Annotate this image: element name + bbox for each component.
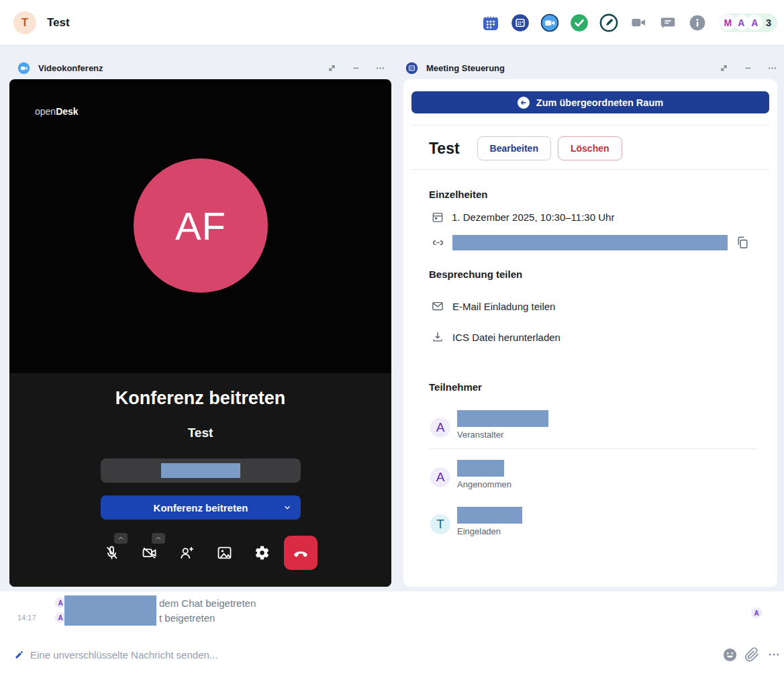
camera-off-button[interactable] xyxy=(140,543,158,562)
meetings-widget-icon[interactable] xyxy=(511,13,530,32)
user-avatar-large: AF xyxy=(134,158,268,293)
participant-status: Veranstalter xyxy=(457,430,548,440)
hangup-button[interactable] xyxy=(284,536,317,570)
videoconference-app-icon[interactable] xyxy=(540,13,560,32)
read-receipt-avatar: A xyxy=(751,608,762,618)
share-heading: Besprechung teilen xyxy=(429,269,777,280)
expand-widget-icon[interactable] xyxy=(719,63,729,73)
redacted-participant-name xyxy=(457,460,504,477)
join-options-chevron-icon[interactable] xyxy=(283,503,292,512)
parent-room-button[interactable]: Zum übergeordneten Raum xyxy=(411,91,769,113)
room-title: Test xyxy=(47,16,70,30)
minimize-widget-icon[interactable] xyxy=(352,64,360,73)
redacted-participant-name xyxy=(457,410,548,427)
redacted-participant-name xyxy=(457,507,522,524)
notes-app-icon[interactable] xyxy=(599,13,619,32)
minimize-widget-icon[interactable] xyxy=(744,64,752,73)
delete-meeting-button[interactable]: Löschen xyxy=(558,136,622,160)
participant-status: Angenommen xyxy=(457,479,511,489)
video-conference-frame: openDesk AF Konferenz beitreten Test Kon… xyxy=(9,79,391,587)
meeting-control-panel: Zum übergeordneten Raum Test Bearbeiten … xyxy=(403,79,777,587)
member-count: 3 xyxy=(766,17,771,28)
event-text: t beigetreten xyxy=(159,612,215,624)
join-panel: Konferenz beitreten Test Konferenz beitr… xyxy=(9,373,391,587)
join-conference-button[interactable]: Konferenz beitreten xyxy=(101,495,301,520)
attachment-icon[interactable] xyxy=(744,646,760,663)
download-ics-link[interactable]: ICS Datei herunterladen xyxy=(452,332,560,343)
participant-row: A Angenommen xyxy=(430,460,757,489)
opendesk-logo: openDesk xyxy=(35,106,79,117)
header-icons: M A A 3 xyxy=(481,13,777,32)
room-avatar[interactable]: T xyxy=(13,11,36,34)
divider xyxy=(411,125,769,126)
participant-row: T Eingeladen xyxy=(430,507,757,536)
meeting-title: Test xyxy=(429,140,460,158)
widget-menu-icon[interactable] xyxy=(375,63,385,73)
link-icon xyxy=(431,236,445,250)
member-avatar: A xyxy=(747,15,763,30)
back-arrow-icon xyxy=(518,97,530,109)
composer-placeholder[interactable]: Eine unverschlüsselte Nachricht senden..… xyxy=(30,649,217,661)
calendar-icon xyxy=(431,210,444,224)
invite-people-button[interactable] xyxy=(177,543,196,562)
edit-meeting-button[interactable]: Bearbeiten xyxy=(477,136,551,160)
videoconference-widget-icon xyxy=(17,62,30,75)
message-composer[interactable]: Eine unverschlüsselte Nachricht senden..… xyxy=(0,641,784,668)
call-controls xyxy=(28,535,391,570)
event-timestamp: 14:17 xyxy=(17,614,44,622)
member-facepile[interactable]: M A A 3 xyxy=(720,13,777,32)
redacted-display-name xyxy=(161,463,240,478)
tasks-app-icon[interactable] xyxy=(570,13,589,32)
chat-icon[interactable] xyxy=(658,13,678,32)
meeting-datetime: 1. Dezember 2025, 10:30–11:30 Uhr xyxy=(452,211,614,223)
camera-device-chevron[interactable] xyxy=(152,533,165,544)
settings-button[interactable] xyxy=(252,543,271,562)
microphone-device-chevron[interactable] xyxy=(114,533,128,544)
participant-avatar: A xyxy=(430,467,450,487)
video-widget-header: Videokonferenz xyxy=(17,57,385,79)
chat-timeline: A dem Chat beigetreten 14:17 A t beigetr… xyxy=(0,591,784,641)
unencrypted-pencil-icon xyxy=(15,650,23,659)
event-text: dem Chat beigetreten xyxy=(159,597,256,609)
more-options-icon[interactable] xyxy=(766,646,782,663)
divider xyxy=(429,448,757,449)
join-heading: Konferenz beitreten xyxy=(9,388,391,409)
redacted-meeting-link[interactable] xyxy=(452,235,728,250)
display-name-input[interactable] xyxy=(101,458,301,483)
emoji-icon[interactable] xyxy=(722,646,738,663)
widget-menu-icon[interactable] xyxy=(767,63,777,73)
meeting-widget-header: Meeting Steuerung xyxy=(405,57,777,79)
microphone-muted-button[interactable] xyxy=(102,543,121,562)
video-call-icon[interactable] xyxy=(629,13,648,32)
calendar-app-icon[interactable] xyxy=(481,13,501,32)
participant-avatar: T xyxy=(430,514,450,534)
room-header: T Test M A A 3 xyxy=(0,0,784,46)
details-heading: Einzelheiten xyxy=(429,189,777,200)
participant-avatar: A xyxy=(430,418,450,438)
download-icon xyxy=(431,330,444,344)
room-info-icon[interactable] xyxy=(688,13,707,32)
widgets-area: Videokonferenz openDesk AF Konferenz bei… xyxy=(0,46,784,591)
meeting-widget-icon xyxy=(405,62,418,75)
divider xyxy=(411,169,769,170)
participant-row: A Veranstalter xyxy=(430,410,757,440)
copy-link-icon[interactable] xyxy=(735,235,750,250)
share-email-link[interactable]: E-Mail Einladung teilen xyxy=(452,301,555,312)
redaction-overlay xyxy=(64,595,156,626)
join-room-name: Test xyxy=(9,426,391,440)
email-icon xyxy=(431,299,444,313)
expand-widget-icon[interactable] xyxy=(327,63,337,73)
video-widget-title: Videokonferenz xyxy=(38,63,103,73)
participant-status: Eingeladen xyxy=(457,526,522,536)
meeting-widget-title: Meeting Steuerung xyxy=(426,63,505,73)
participants-heading: Teilnehmer xyxy=(429,381,777,393)
background-image-button[interactable] xyxy=(215,543,234,562)
